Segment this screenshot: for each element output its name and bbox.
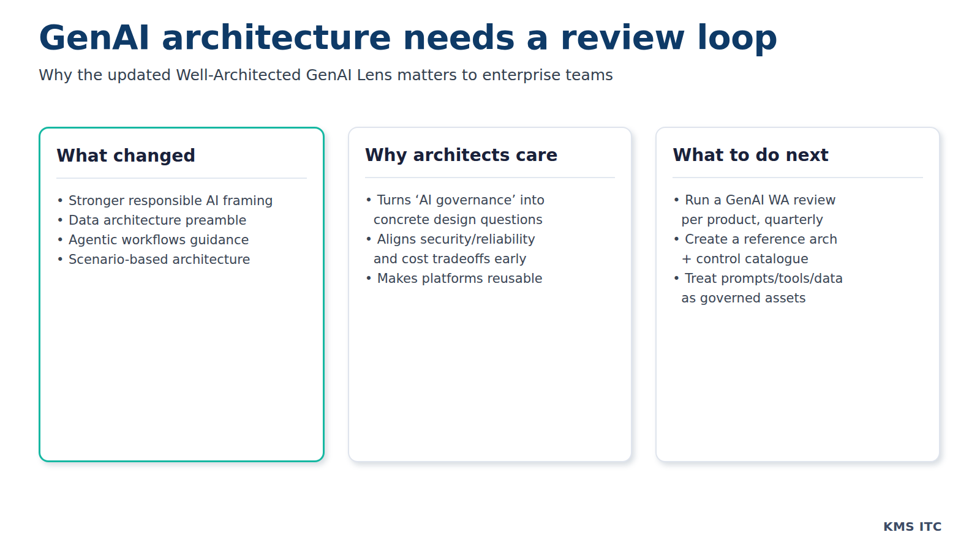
bullet-line: •Makes platforms reusable (365, 269, 616, 288)
card-divider (56, 178, 307, 179)
card-what-changed: What changed •Stronger responsible AI fr… (39, 127, 325, 462)
bullet-item: •Makes platforms reusable (365, 269, 616, 288)
bullet-text: Aligns security/reliability (377, 232, 535, 247)
bullet-list: •Turns ‘AI governance’ into concrete des… (365, 190, 616, 288)
bullet-line: •Aligns security/reliability (365, 230, 616, 249)
bullet-text: Run a GenAI WA review (685, 193, 835, 208)
brand-label: KMS ITC (883, 519, 942, 534)
bullet-dot-icon: • (673, 269, 685, 288)
bullet-line-continued: per product, quarterly (673, 210, 923, 230)
footer: KMS ITC (883, 519, 942, 534)
header: GenAI architecture needs a review loop W… (0, 0, 980, 86)
card-title: What changed (56, 143, 307, 167)
bullet-item: •Create a reference arch + control catal… (673, 230, 923, 269)
bullet-item: •Agentic workflows guidance (56, 230, 307, 250)
bullet-dot-icon: • (365, 230, 377, 249)
card-title: What to do next (673, 143, 923, 166)
bullet-line: •Turns ‘AI governance’ into (365, 190, 616, 210)
bullet-text: Treat prompts/tools/data (685, 271, 843, 286)
slide: GenAI architecture needs a review loop W… (0, 0, 980, 551)
bullet-line: •Stronger responsible AI framing (56, 191, 307, 211)
bullet-text: Stronger responsible AI framing (69, 193, 273, 208)
bullet-dot-icon: • (56, 230, 69, 250)
bullet-list: •Stronger responsible AI framing •Data a… (56, 191, 307, 269)
bullet-item: •Treat prompts/tools/data as governed as… (673, 269, 923, 308)
bullet-dot-icon: • (365, 269, 377, 288)
bullet-list: •Run a GenAI WA review per product, quar… (673, 190, 923, 308)
bullet-line: •Run a GenAI WA review (673, 190, 923, 210)
bullet-item: •Scenario-based architecture (56, 250, 307, 269)
card-what-to-do-next: What to do next •Run a GenAI WA review p… (655, 127, 940, 462)
bullet-dot-icon: • (56, 250, 69, 269)
bullet-text: Agentic workflows guidance (69, 233, 249, 247)
bullet-text: Turns ‘AI governance’ into (377, 193, 545, 208)
bullet-line: •Create a reference arch (673, 230, 923, 249)
bullet-line: •Scenario-based architecture (56, 250, 307, 269)
card-title: Why architects care (365, 143, 616, 166)
bullet-dot-icon: • (673, 190, 685, 210)
bullet-dot-icon: • (56, 191, 69, 211)
bullet-text: Create a reference arch (685, 232, 837, 247)
bullet-line-continued: + control catalogue (673, 249, 923, 269)
bullet-line: •Treat prompts/tools/data (673, 269, 923, 288)
page-subtitle: Why the updated Well-Architected GenAI L… (39, 66, 941, 86)
bullet-line-continued: as governed assets (673, 288, 923, 308)
bullet-line-continued: concrete design questions (365, 210, 616, 230)
card-divider (673, 177, 923, 178)
bullet-dot-icon: • (673, 230, 685, 249)
bullet-item: •Aligns security/reliability and cost tr… (365, 230, 616, 269)
bullet-text: Data architecture preamble (69, 213, 246, 228)
bullet-text: Makes platforms reusable (377, 271, 543, 286)
cards-row: What changed •Stronger responsible AI fr… (39, 127, 940, 462)
bullet-dot-icon: • (365, 190, 377, 210)
bullet-item: •Stronger responsible AI framing (56, 191, 307, 211)
card-why-architects-care: Why architects care •Turns ‘AI governanc… (348, 127, 633, 462)
bullet-item: •Data architecture preamble (56, 211, 307, 230)
bullet-line: •Data architecture preamble (56, 211, 307, 230)
page-title: GenAI architecture needs a review loop (39, 18, 941, 57)
card-divider (365, 177, 616, 178)
bullet-line: •Agentic workflows guidance (56, 230, 307, 250)
bullet-line-continued: and cost tradeoffs early (365, 249, 616, 269)
bullet-item: •Turns ‘AI governance’ into concrete des… (365, 190, 616, 230)
bullet-text: Scenario-based architecture (69, 252, 250, 267)
bullet-item: •Run a GenAI WA review per product, quar… (673, 190, 923, 230)
bullet-dot-icon: • (56, 211, 69, 230)
